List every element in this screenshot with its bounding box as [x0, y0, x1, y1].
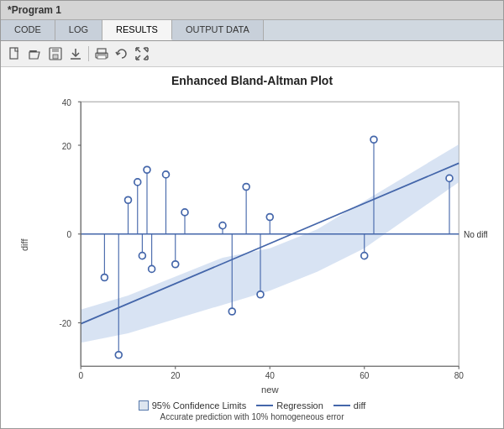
svg-point-38 — [181, 209, 188, 216]
save-button[interactable] — [46, 44, 65, 63]
legend-box-confidence — [139, 400, 149, 411]
svg-rect-3 — [52, 48, 59, 52]
svg-text:0: 0 — [78, 371, 83, 380]
print-button[interactable] — [92, 44, 111, 63]
legend-item-confidence: 95% Confidence Limits — [139, 400, 247, 411]
chart-legend: 95% Confidence Limits Regression diff Ac… — [17, 400, 487, 421]
svg-point-42 — [228, 308, 235, 315]
svg-rect-4 — [53, 55, 58, 59]
tab-results[interactable]: RESULTS — [102, 20, 172, 40]
chart-content: Enhanced Bland-Altman Plot diff No diff … — [1, 67, 503, 428]
legend-item-regression: Regression — [256, 400, 323, 411]
svg-point-54 — [446, 175, 453, 181]
svg-point-48 — [266, 214, 273, 221]
svg-text:0: 0 — [66, 230, 71, 239]
svg-point-50 — [361, 253, 368, 259]
svg-point-40 — [219, 222, 226, 229]
legend-label-diff: diff — [354, 400, 365, 411]
svg-point-44 — [243, 184, 249, 191]
legend-label-confidence: 95% Confidence Limits — [152, 400, 247, 411]
expand-button[interactable] — [133, 44, 151, 63]
legend-line-regression — [256, 405, 273, 406]
toolbar — [1, 41, 503, 67]
tab-code[interactable]: CODE — [1, 20, 55, 40]
legend-caption: Accurate prediction with 10% homogeneous… — [160, 412, 344, 421]
main-window: *Program 1 CODE LOG RESULTS OUTPUT DATA — [0, 0, 504, 429]
svg-text:40: 40 — [62, 98, 72, 107]
svg-point-22 — [115, 352, 122, 358]
svg-point-24 — [125, 196, 132, 203]
svg-text:-20: -20 — [59, 319, 71, 328]
title-bar: *Program 1 — [1, 1, 503, 20]
svg-point-20 — [101, 275, 108, 281]
refresh-button[interactable] — [113, 44, 131, 63]
tab-log[interactable]: LOG — [55, 20, 102, 40]
svg-point-26 — [134, 179, 141, 186]
chart-svg: No diff line — [34, 92, 487, 395]
toolbar-separator — [88, 46, 89, 61]
svg-point-36 — [172, 261, 179, 268]
tab-bar: CODE LOG RESULTS OUTPUT DATA — [1, 20, 503, 41]
legend-label-regression: Regression — [276, 400, 323, 411]
chart-area: diff No diff line — [17, 92, 487, 397]
svg-point-34 — [163, 171, 170, 178]
svg-text:new: new — [261, 385, 280, 395]
svg-text:20: 20 — [171, 371, 181, 380]
svg-rect-9 — [97, 55, 106, 59]
svg-rect-0 — [10, 48, 18, 59]
svg-point-52 — [370, 136, 377, 143]
chart-container: Enhanced Bland-Altman Plot diff No diff … — [17, 74, 487, 421]
window-title: *Program 1 — [8, 4, 61, 16]
svg-point-28 — [139, 253, 145, 259]
svg-text:80: 80 — [454, 371, 465, 380]
legend-row-1: 95% Confidence Limits Regression diff — [139, 400, 366, 411]
svg-text:20: 20 — [62, 142, 72, 151]
svg-point-30 — [144, 166, 150, 173]
chart-svg-wrapper: No diff line — [34, 92, 487, 397]
download-button[interactable] — [66, 44, 85, 63]
svg-point-32 — [149, 265, 155, 272]
svg-text:60: 60 — [360, 371, 370, 380]
new-button[interactable] — [6, 44, 24, 63]
y-axis-label: diff — [17, 92, 32, 397]
chart-title: Enhanced Bland-Altman Plot — [17, 74, 487, 87]
legend-item-diff: diff — [333, 400, 365, 411]
svg-text:40: 40 — [265, 371, 276, 380]
tab-output-data[interactable]: OUTPUT DATA — [172, 20, 264, 40]
legend-line-diff — [333, 405, 350, 406]
svg-text:No diff line: No diff line — [464, 230, 487, 239]
open-button[interactable] — [26, 44, 45, 63]
svg-point-46 — [257, 291, 264, 298]
